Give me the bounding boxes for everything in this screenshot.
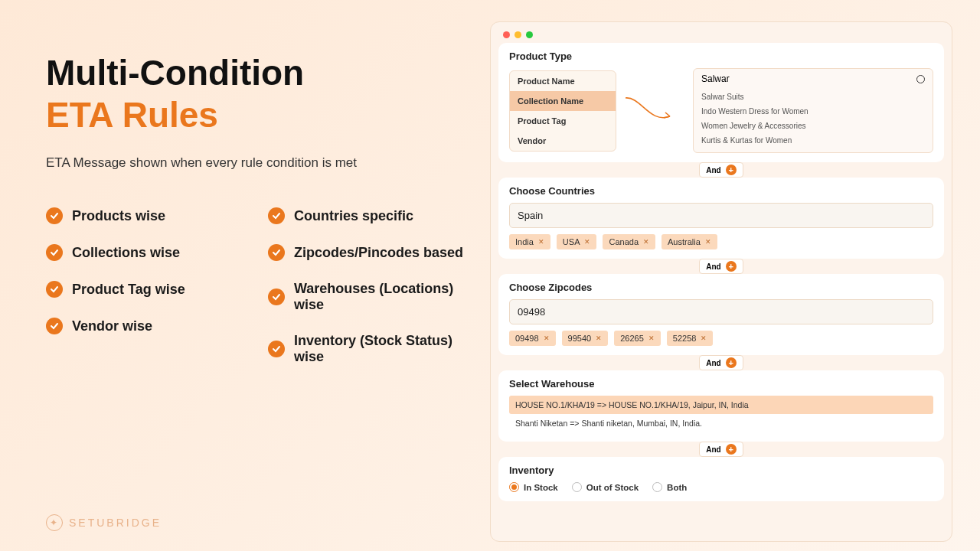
inventory-title: Inventory	[509, 465, 933, 476]
feature-item: Product Tag wise	[46, 281, 253, 298]
warehouse-title: Select Warehouse	[509, 378, 933, 390]
zipcode-chip[interactable]: 26265✕	[614, 331, 661, 346]
country-chip[interactable]: USA✕	[557, 234, 597, 249]
product-type-title: Product Type	[509, 51, 933, 62]
countries-title: Choose Countries	[509, 185, 933, 197]
maximize-dot-icon[interactable]	[526, 31, 533, 38]
feature-grid: Products wiseCollections wiseProduct Tag…	[46, 207, 475, 365]
zipcode-chip[interactable]: 52258✕	[667, 331, 714, 346]
check-icon	[46, 281, 63, 298]
search-suggestion-item[interactable]: Indo Western Dress for Women	[701, 104, 925, 119]
feature-item: Products wise	[46, 207, 253, 224]
product-search-panel: Salwar Salwar SuitsIndo Western Dress fo…	[693, 68, 933, 153]
zipcodes-title: Choose Zipcodes	[509, 282, 933, 293]
add-rule-button[interactable]: +	[726, 261, 737, 272]
inventory-radio[interactable]: Out of Stock	[572, 482, 639, 492]
check-icon	[46, 318, 63, 334]
search-suggestion-item[interactable]: Women Jewelry & Accessories	[701, 119, 925, 133]
brand-name: SETUBRIDGE	[69, 517, 162, 529]
country-chip[interactable]: Canada✕	[603, 234, 655, 249]
feature-item: Countries specific	[268, 207, 475, 224]
config-window: Product Type Product NameCollection Name…	[490, 21, 952, 542]
remove-chip-icon[interactable]: ✕	[705, 238, 711, 246]
and-connector: And+	[699, 162, 743, 178]
remove-chip-icon[interactable]: ✕	[643, 238, 649, 246]
remove-chip-icon[interactable]: ✕	[648, 334, 655, 342]
inventory-card: Inventory In StockOut of StockBoth	[498, 457, 944, 501]
feature-item: Zipcodes/Pincodes based	[268, 244, 475, 261]
product-search-input[interactable]: Salwar	[701, 73, 925, 84]
search-suggestion-item[interactable]: Kurtis & Kurtas for Women	[701, 133, 925, 148]
brand-logo-icon: ✦	[46, 514, 63, 531]
warehouse-row[interactable]: Shanti Niketan => Shanti niketan, Mumbai…	[509, 414, 933, 432]
feature-item: Collections wise	[46, 244, 253, 261]
radio-icon	[652, 482, 662, 492]
and-connector: And+	[699, 442, 743, 457]
brand-footer: ✦ SETUBRIDGE	[46, 514, 162, 531]
add-rule-button[interactable]: +	[726, 444, 737, 455]
window-traffic-lights	[498, 28, 944, 43]
check-icon	[268, 289, 285, 305]
arrow-icon	[624, 93, 685, 129]
product-type-option[interactable]: Collection Name	[510, 91, 616, 111]
add-rule-button[interactable]: +	[726, 357, 737, 368]
check-icon	[268, 207, 285, 224]
remove-chip-icon[interactable]: ✕	[596, 334, 602, 342]
zipcode-chip[interactable]: 09498✕	[509, 331, 556, 346]
country-chip[interactable]: Australia✕	[662, 234, 717, 249]
left-panel: Multi-Condition ETA Rules ETA Message sh…	[0, 0, 490, 551]
search-suggestion-item[interactable]: Salwar Suits	[701, 90, 925, 104]
country-chip[interactable]: India✕	[509, 234, 550, 249]
product-type-option[interactable]: Product Tag	[510, 111, 616, 131]
product-type-option[interactable]: Product Name	[510, 71, 616, 91]
search-suggestions: Salwar SuitsIndo Western Dress for Women…	[701, 90, 925, 148]
check-icon	[268, 244, 285, 261]
warehouse-card: Select Warehouse HOUSE NO.1/KHA/19 => HO…	[498, 370, 944, 442]
radio-icon	[572, 482, 582, 492]
add-rule-button[interactable]: +	[726, 165, 737, 175]
check-icon	[268, 341, 285, 357]
remove-chip-icon[interactable]: ✕	[701, 334, 707, 342]
product-type-option[interactable]: Vendor	[510, 131, 616, 151]
subtitle: ETA Message shown when every rule condit…	[46, 155, 475, 171]
feature-item: Inventory (Stock Status) wise	[268, 333, 475, 365]
countries-card: Choose Countries Spain India✕USA✕Canada✕…	[498, 178, 944, 259]
zipcode-chip[interactable]: 99540✕	[562, 331, 609, 346]
countries-input[interactable]: Spain	[509, 203, 933, 228]
remove-chip-icon[interactable]: ✕	[584, 238, 590, 246]
warehouse-row[interactable]: HOUSE NO.1/KHA/19 => HOUSE NO.1/KHA/19, …	[509, 396, 933, 414]
product-type-list: Product NameCollection NameProduct TagVe…	[509, 70, 616, 152]
remove-chip-icon[interactable]: ✕	[538, 238, 544, 246]
check-icon	[46, 244, 63, 261]
minimize-dot-icon[interactable]	[514, 31, 521, 38]
radio-icon	[509, 482, 519, 492]
zipcodes-input[interactable]: 09498	[509, 299, 933, 324]
check-icon	[46, 207, 63, 224]
title-line-2: ETA Rules	[46, 96, 475, 135]
inventory-radio[interactable]: In Stock	[509, 482, 558, 492]
and-connector: And+	[699, 355, 743, 370]
close-dot-icon[interactable]	[503, 31, 510, 38]
feature-item: Warehouses (Locations) wise	[268, 281, 475, 313]
product-type-card: Product Type Product NameCollection Name…	[498, 43, 944, 162]
remove-chip-icon[interactable]: ✕	[544, 334, 550, 342]
title-line-1: Multi-Condition	[46, 54, 475, 93]
feature-item: Vendor wise	[46, 318, 253, 334]
zipcodes-card: Choose Zipcodes 09498 09498✕99540✕26265✕…	[498, 274, 944, 355]
inventory-radio[interactable]: Both	[652, 482, 687, 492]
and-connector: And+	[699, 259, 743, 274]
